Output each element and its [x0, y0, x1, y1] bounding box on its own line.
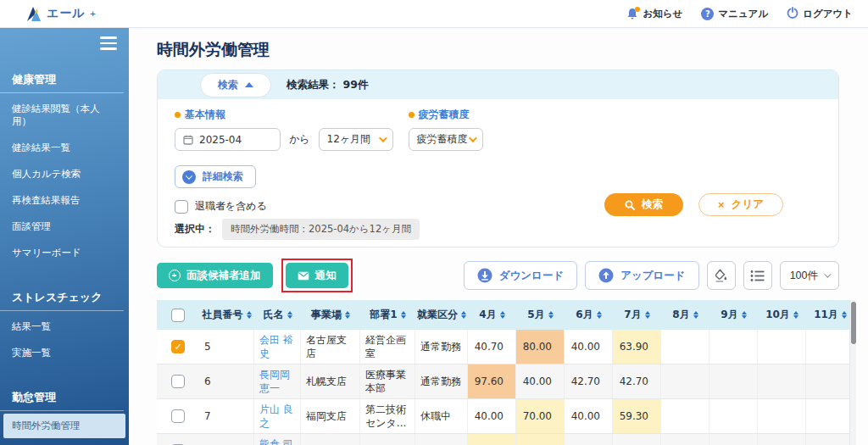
manual-button[interactable]: ? マニュアル — [701, 8, 768, 20]
month-input[interactable]: 2025-04 — [175, 128, 281, 151]
sidebar-item[interactable]: 健診結果一覧 — [0, 135, 129, 161]
sort-up-icon — [645, 311, 650, 314]
month-value-cell — [709, 434, 758, 445]
sort-icon — [793, 311, 798, 320]
column-header[interactable]: 7月 — [613, 306, 661, 324]
sidebar-item[interactable]: 再検査結果報告 — [0, 187, 129, 214]
column-header[interactable]: 社員番号 — [199, 306, 254, 324]
office-cell: 札幌支店 — [301, 364, 360, 398]
select-all-checkbox[interactable] — [171, 309, 185, 322]
calendar-icon — [183, 135, 193, 145]
logout-button[interactable]: ログアウト — [787, 7, 853, 21]
work-status-cell: 休職中 — [415, 399, 468, 433]
employee-name-link[interactable]: 片山 良之 — [259, 403, 295, 430]
sidebar-item[interactable]: 個人カルテ検索 — [0, 161, 129, 187]
sort-up-icon — [401, 311, 406, 314]
period-value: 12ヶ月間 — [327, 132, 371, 147]
column-header[interactable]: 10月 — [758, 306, 806, 324]
work-status-cell: 通常勤務 — [415, 364, 468, 398]
month-value-cell: 40.00 — [613, 434, 661, 445]
logout-label: ログアウト — [803, 8, 853, 20]
detail-search-label: 詳細検索 — [203, 170, 243, 184]
column-header[interactable]: 就業区分 — [415, 306, 468, 324]
fatigue-select[interactable]: 疲労蓄積度 — [409, 128, 483, 151]
notify-button[interactable]: 通知 — [286, 263, 348, 288]
column-header[interactable]: 氏名 — [254, 306, 301, 324]
page-size-value: 100件 — [790, 269, 818, 283]
row-checkbox[interactable] — [171, 340, 185, 353]
add-interview-candidate-button[interactable]: 面談候補者追加 — [157, 263, 273, 288]
department-cell: 医療事業本部 — [360, 364, 415, 398]
search-toggle-button[interactable]: 検索 — [200, 73, 271, 97]
notify-highlight-annotation: 通知 — [281, 259, 353, 292]
month-value-cell: 50.90 — [468, 434, 516, 445]
sidebar-item[interactable]: 実施一覧 — [0, 340, 129, 366]
basic-info-label: 基本情報 — [185, 108, 225, 122]
month-value-cell — [806, 330, 854, 364]
chevron-down-icon — [824, 270, 831, 277]
column-header[interactable]: 5月 — [516, 306, 565, 324]
department-cell: 経営企画室 — [360, 330, 415, 364]
month-value-cell — [758, 364, 806, 398]
detail-search-button[interactable]: 詳細検索 — [175, 165, 256, 188]
fatigue-label: 疲労蓄積度 — [419, 108, 470, 122]
month-value-cell — [661, 330, 709, 364]
row-checkbox-cell — [157, 330, 199, 364]
month-value-cell: 64.90 — [516, 434, 565, 445]
department-cell: 第二技術センタ... — [360, 399, 415, 433]
search-button[interactable]: 検索 — [604, 193, 683, 216]
month-value-cell: 59.30 — [613, 399, 661, 433]
upload-button[interactable]: アップロード — [585, 261, 698, 290]
column-header[interactable]: 部署1 — [360, 306, 415, 324]
table-row: 6長岡岡 恵一札幌支店医療事業本部通常勤務97.6040.0042.7042.7… — [157, 364, 854, 399]
sidebar-item[interactable]: 結果一覧 — [0, 314, 129, 340]
sort-down-icon — [645, 315, 650, 319]
question-icon: ? — [701, 8, 714, 20]
download-label: ダウンロード — [499, 269, 564, 283]
column-header[interactable]: 6月 — [565, 306, 613, 324]
employee-name-link[interactable]: 会田 裕史 — [259, 333, 295, 360]
column-header[interactable]: 11月 — [806, 306, 854, 324]
sort-icon — [247, 311, 252, 320]
row-checkbox[interactable] — [171, 409, 185, 423]
period-select[interactable]: 12ヶ月間 — [319, 128, 393, 151]
month-value: 2025-04 — [199, 134, 242, 146]
sort-up-icon — [597, 311, 602, 314]
row-checkbox[interactable] — [171, 375, 185, 388]
column-label: 5月 — [527, 308, 544, 322]
paint-bucket-icon — [714, 269, 728, 283]
column-label: 7月 — [624, 308, 641, 322]
vertical-scrollbar[interactable] — [849, 300, 856, 445]
column-header[interactable]: 9月 — [709, 306, 758, 324]
column-header[interactable]: 事業場 — [301, 306, 360, 324]
sidebar-section-title: 勤怠管理 — [0, 381, 124, 411]
employee-name-link[interactable]: 長岡岡 恵一 — [259, 368, 295, 395]
power-icon — [787, 7, 798, 21]
download-button[interactable]: ダウンロード — [464, 261, 577, 290]
month-value-cell — [709, 330, 758, 364]
employee-id-cell: 7 — [199, 399, 254, 433]
sidebar-item[interactable]: サマリーボード — [0, 240, 129, 266]
column-label: 事業場 — [311, 308, 342, 322]
employee-name-link[interactable]: 熊倉 司郎 — [259, 437, 295, 445]
scrollbar-thumb[interactable] — [851, 302, 856, 344]
list-view-button[interactable] — [743, 261, 772, 290]
sidebar-item[interactable]: 健診結果閲覧（本人用） — [0, 96, 129, 135]
sort-down-icon — [401, 315, 406, 319]
selected-filter-chip: 時間外労働時間：2025-04から12ヶ月間 — [222, 219, 420, 240]
page-size-select[interactable]: 100件 — [780, 261, 839, 290]
employee-name-cell: 長岡岡 恵一 — [254, 364, 301, 398]
envelope-icon — [298, 271, 309, 281]
select-all-cell — [157, 307, 199, 324]
column-header[interactable]: 8月 — [661, 306, 709, 324]
column-header[interactable]: 4月 — [468, 306, 516, 324]
fill-color-button[interactable] — [707, 261, 736, 290]
chevron-down-circle-icon — [182, 170, 196, 184]
clear-button[interactable]: × クリア — [698, 193, 783, 216]
hamburger-menu-icon[interactable] — [100, 36, 117, 50]
column-label: 6月 — [576, 308, 593, 322]
sidebar-item[interactable]: 面談管理 — [0, 214, 129, 240]
sidebar-section-title: 健康管理 — [0, 64, 124, 93]
notifications-button[interactable]: お知らせ — [626, 8, 682, 20]
sidebar-item[interactable]: 時間外労働管理 — [3, 414, 125, 438]
